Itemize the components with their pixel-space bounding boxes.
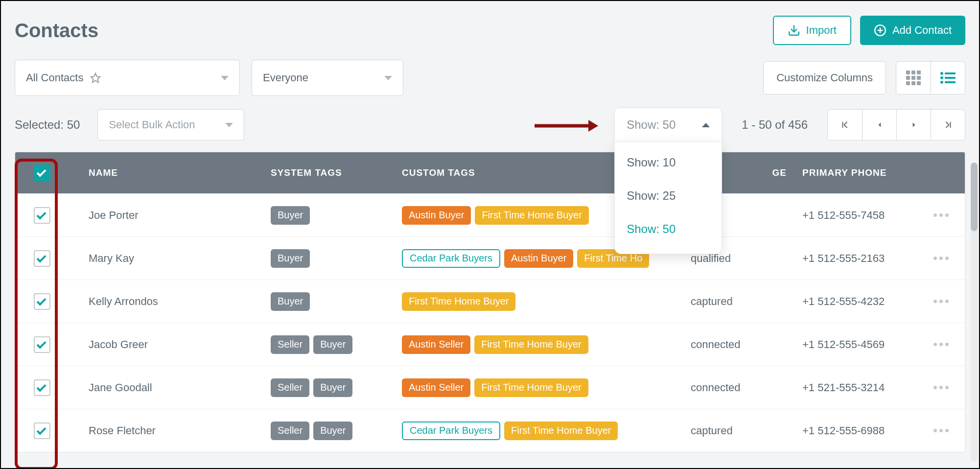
custom-tag[interactable]: First Time Home Buyer [474,378,588,397]
plus-circle-icon [874,24,887,37]
custom-tag[interactable]: Cedar Park Buyers [402,249,500,268]
svg-marker-12 [878,122,881,127]
show-dropdown: Show: 10Show: 25Show: 50 [614,142,722,254]
system-tag[interactable]: Buyer [313,378,352,397]
audience-select-label: Everyone [263,71,308,84]
system-tag[interactable]: Buyer [313,335,352,354]
contact-name[interactable]: Rose Fletcher [69,424,260,437]
add-contact-label: Add Contact [892,24,952,37]
system-tags-cell: SellerBuyer [260,335,391,354]
pager-prev[interactable] [862,110,896,140]
custom-tag[interactable]: Austin Seller [402,335,470,354]
system-tag[interactable]: Buyer [313,422,352,440]
row-actions-menu[interactable] [933,386,949,389]
contact-name[interactable]: Mary Kay [69,252,260,265]
caret-down-icon [384,76,392,80]
vertical-scrollbar-thumb[interactable] [971,163,978,231]
row-actions-menu[interactable] [933,343,949,346]
system-tag[interactable]: Buyer [271,249,310,268]
import-button[interactable]: Import [773,16,851,45]
custom-tag[interactable]: First Time Home Buyer [402,292,515,311]
view-select[interactable]: All Contacts [15,60,240,96]
svg-point-9 [940,81,943,84]
row-actions-menu[interactable] [933,429,949,432]
contact-name[interactable]: Joe Porter [69,209,260,222]
stage-cell: connected [680,381,792,394]
svg-marker-4 [91,73,100,82]
audience-select[interactable]: Everyone [252,60,403,96]
pager-first[interactable] [828,110,862,140]
list-view-toggle[interactable] [931,62,965,94]
show-option[interactable]: Show: 50 [615,212,722,246]
phone-cell: +1 521-555-3214 [792,381,917,394]
system-tags-cell: Buyer [260,206,391,225]
custom-tag[interactable]: Austin Seller [402,378,470,397]
phone-cell: +1 512-555-6988 [792,424,917,437]
custom-tag[interactable]: First Time Home Buyer [475,206,588,225]
pagination-range: 1 - 50 of 456 [742,118,808,132]
row-checkbox[interactable] [34,293,50,310]
check-icon [37,253,47,262]
page-title: Contacts [15,20,98,42]
show-option[interactable]: Show: 10 [615,146,722,179]
row-actions-menu[interactable] [933,300,949,303]
pager-last[interactable] [931,110,965,140]
grid-icon [906,70,921,85]
table-row: Jacob GreerSellerBuyerAustin SellerFirst… [15,323,965,366]
pager-next[interactable] [896,110,931,140]
check-icon [37,339,47,349]
svg-point-7 [940,76,943,79]
last-page-icon [944,120,953,129]
system-tag[interactable]: Buyer [271,206,310,225]
system-tag[interactable]: Buyer [271,292,310,311]
bulk-action-select[interactable]: Select Bulk Action [97,109,244,141]
caret-up-icon [702,123,710,127]
svg-rect-6 [945,72,956,74]
row-checkbox[interactable] [34,250,50,267]
stage-cell: connected [680,338,792,351]
star-icon [90,72,101,83]
system-tag[interactable]: Seller [271,378,309,397]
system-tags-cell: Buyer [260,292,391,311]
table-row: Mary KayBuyerCedar Park BuyersAustin Buy… [15,236,965,280]
custom-tag[interactable]: Austin Buyer [402,206,471,225]
row-checkbox[interactable] [34,207,50,224]
svg-rect-8 [945,77,956,79]
customize-columns-button[interactable]: Customize Columns [763,61,886,94]
row-actions-menu[interactable] [933,257,949,260]
col-header-system-tags[interactable]: SYSTEM TAGS [260,167,391,178]
contact-name[interactable]: Jane Goodall [69,381,260,394]
system-tag[interactable]: Seller [271,422,309,440]
row-actions-menu[interactable] [933,213,949,217]
system-tags-cell: SellerBuyer [260,378,391,397]
row-checkbox[interactable] [34,422,50,439]
custom-tags-cell: Cedar Park BuyersFirst Time Home Buyer [391,422,680,440]
col-header-phone[interactable]: PRIMARY PHONE [792,167,917,178]
row-checkbox[interactable] [34,336,50,353]
system-tag[interactable]: Seller [271,335,309,354]
select-all-checkbox[interactable] [34,164,50,181]
system-tags-cell: Buyer [260,249,391,268]
custom-tag[interactable]: Austin Buyer [504,249,573,268]
table-row: Rose FletcherSellerBuyerCedar Park Buyer… [15,409,965,452]
check-icon [37,425,47,435]
contact-name[interactable]: Jacob Greer [69,338,260,351]
contact-name[interactable]: Kelly Arrondos [69,295,260,308]
custom-tag[interactable]: Cedar Park Buyers [402,422,500,440]
show-per-page-select[interactable]: Show: 50 [614,108,722,142]
import-icon [788,24,800,37]
contacts-table: NAME SYSTEM TAGS CUSTOM TAGS GE PRIMARY … [15,152,965,452]
grid-view-toggle[interactable] [896,62,931,94]
show-option[interactable]: Show: 25 [615,179,722,212]
check-icon [37,167,47,177]
chevron-right-icon [910,120,917,129]
add-contact-button[interactable]: Add Contact [860,16,965,45]
row-checkbox[interactable] [34,379,50,396]
stage-cell: captured [680,424,792,437]
svg-marker-13 [912,122,915,127]
custom-tag[interactable]: First Time Home Buyer [504,422,618,440]
table-header: NAME SYSTEM TAGS CUSTOM TAGS GE PRIMARY … [15,152,965,193]
bulk-action-placeholder: Select Bulk Action [109,118,195,131]
col-header-name[interactable]: NAME [69,167,260,178]
custom-tag[interactable]: First Time Home Buyer [474,335,588,354]
